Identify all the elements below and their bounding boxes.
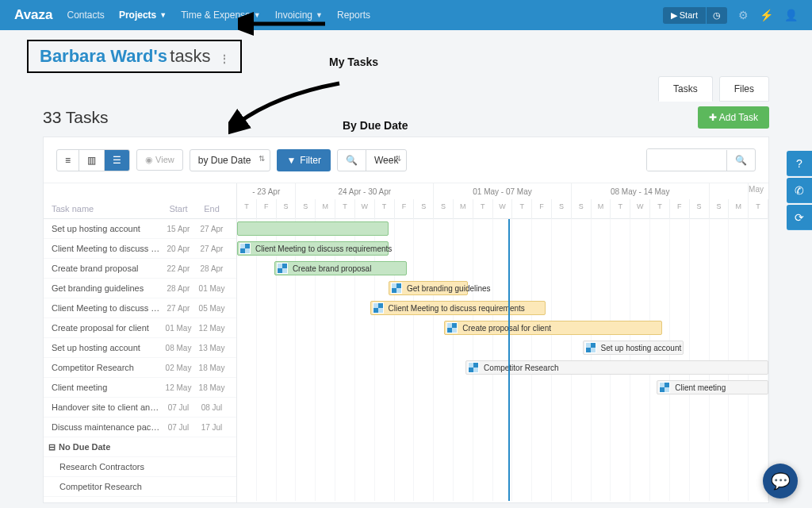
avatar-icon	[391, 283, 402, 294]
col-task-name: Task name	[52, 204, 162, 214]
zoom-group: 🔍 Week	[337, 149, 407, 171]
table-row[interactable]: Competitor Research	[44, 477, 236, 497]
gantt-view-icon[interactable]: ☰	[105, 150, 129, 171]
tab-files[interactable]: Files	[719, 76, 769, 102]
start-timer-button[interactable]: ▶ Start ◷	[663, 7, 727, 24]
table-row[interactable]: Competitor Research02 May18 May	[44, 358, 236, 378]
group-no-due-date[interactable]: ⊟No Due Date	[44, 437, 236, 457]
avatar-icon	[659, 382, 670, 393]
avatar-icon	[468, 362, 479, 373]
avatar-icon	[585, 342, 596, 353]
list-view-icon[interactable]: ≡	[57, 150, 79, 171]
avatar-icon	[373, 302, 384, 314]
arrow-annotation	[238, 10, 333, 41]
view-toggle[interactable]: ◉ View	[136, 149, 183, 171]
table-row[interactable]: Create proposal for client01 May12 May	[44, 318, 236, 338]
table-row[interactable]: Create brand proposal22 Apr28 Apr	[44, 259, 236, 279]
col-start: Start	[162, 204, 195, 214]
gantt-bar[interactable]: Client Meeting to discuss requirements	[370, 301, 546, 315]
table-row[interactable]: Client meeting12 May18 May	[44, 378, 236, 398]
zoom-select[interactable]: Week	[366, 150, 406, 171]
nav-reports[interactable]: Reports	[337, 10, 370, 21]
table-row[interactable]: Get branding guidelines28 Apr01 May	[44, 279, 236, 298]
gantt-bar[interactable]: Competitor Research	[465, 360, 768, 375]
annotation-my-tasks: My Tasks	[329, 56, 378, 68]
nav-projects[interactable]: Projects▼	[119, 10, 167, 21]
clock-icon[interactable]: ◷	[707, 7, 727, 24]
brand-logo[interactable]: Avaza	[14, 7, 53, 23]
table-row[interactable]: Set up hosting account08 May13 May	[44, 338, 236, 358]
help-sidebar: ? ✆ ⟳	[787, 151, 812, 232]
phone-icon[interactable]: ✆	[787, 178, 812, 203]
navbar: Avaza Contacts Projects▼ Time & Expense▼…	[0, 0, 812, 30]
user-icon[interactable]: 👤	[784, 9, 798, 21]
view-mode-group: ≡ ▥ ☰	[56, 149, 130, 171]
board-view-icon[interactable]: ▥	[79, 150, 105, 171]
collapse-icon[interactable]: ⊟	[48, 442, 56, 452]
task-count-heading: 33 Tasks	[43, 108, 109, 127]
today-line	[508, 219, 510, 501]
tab-tasks[interactable]: Tasks	[658, 76, 713, 102]
gantt-bar[interactable]	[237, 221, 389, 236]
table-row[interactable]: Discuss maintenance packages with client…	[44, 418, 236, 437]
filter-icon: ▼	[286, 155, 296, 166]
page-title: Barbara Ward's tasks ⋮	[27, 40, 242, 73]
table-row[interactable]: Handover site to client and final client…	[44, 398, 236, 418]
gantt-panel: ≡ ▥ ☰ ◉ View by Due Date ▼Filter 🔍 Week …	[43, 137, 769, 503]
help-icon[interactable]: ?	[787, 151, 812, 176]
gantt-bar[interactable]: Set up hosting account	[583, 341, 684, 355]
title-menu-icon[interactable]: ⋮	[220, 53, 229, 64]
avatar-icon	[277, 263, 288, 274]
nav-links: Contacts Projects▼ Time & Expense▼ Invoi…	[67, 10, 663, 21]
filter-button[interactable]: ▼Filter	[277, 149, 331, 171]
gantt-bar[interactable]: Create brand proposal	[274, 261, 408, 275]
col-end: End	[195, 204, 228, 214]
gantt-bar[interactable]: Get branding guidelines	[389, 281, 469, 295]
nav-contacts[interactable]: Contacts	[67, 10, 105, 21]
gantt-bar[interactable]: Client meeting	[657, 380, 768, 394]
table-row[interactable]: Client Meeting to discuss requirements20…	[44, 239, 236, 259]
gantt-bar[interactable]: Create proposal for client	[444, 321, 662, 335]
search-icon[interactable]: 🔍	[726, 150, 755, 171]
gantt-bar[interactable]: Client Meeting to discuss requirements	[237, 241, 389, 256]
gear-icon[interactable]: ⚙	[738, 9, 749, 21]
annotation-by-due-date: By Due Date	[343, 119, 408, 132]
table-row[interactable]: Research Contractors	[44, 457, 236, 477]
caret-icon: ▼	[159, 11, 167, 19]
task-list: Task name Start End Set up hosting accou…	[44, 183, 237, 502]
bolt-icon[interactable]: ⚡	[760, 9, 773, 21]
timeline: May - 23 Apr24 Apr - 30 Apr01 May - 07 M…	[237, 183, 768, 502]
group-by-select[interactable]: by Due Date	[190, 149, 271, 171]
search-input[interactable]	[647, 149, 726, 171]
rss-icon[interactable]: ⟳	[787, 205, 812, 230]
toolbar: ≡ ▥ ☰ ◉ View by Due Date ▼Filter 🔍 Week …	[44, 137, 768, 183]
avatar-icon	[446, 322, 458, 333]
tabs: Tasks Files	[27, 76, 785, 102]
search-group: 🔍	[646, 148, 756, 171]
arrow-annotation	[228, 79, 347, 135]
nav-right: ▶ Start ◷ ⚙ ⚡ 👤	[663, 7, 798, 24]
chat-launcher[interactable]: 💬	[763, 464, 798, 498]
avatar-icon	[239, 243, 251, 254]
add-task-button[interactable]: ✚ Add Task	[698, 106, 769, 129]
table-row[interactable]: Client Meeting to discuss requirements27…	[44, 298, 236, 318]
table-row[interactable]: Set up hosting account15 Apr27 Apr	[44, 219, 236, 239]
zoom-search-icon[interactable]: 🔍	[338, 150, 366, 171]
